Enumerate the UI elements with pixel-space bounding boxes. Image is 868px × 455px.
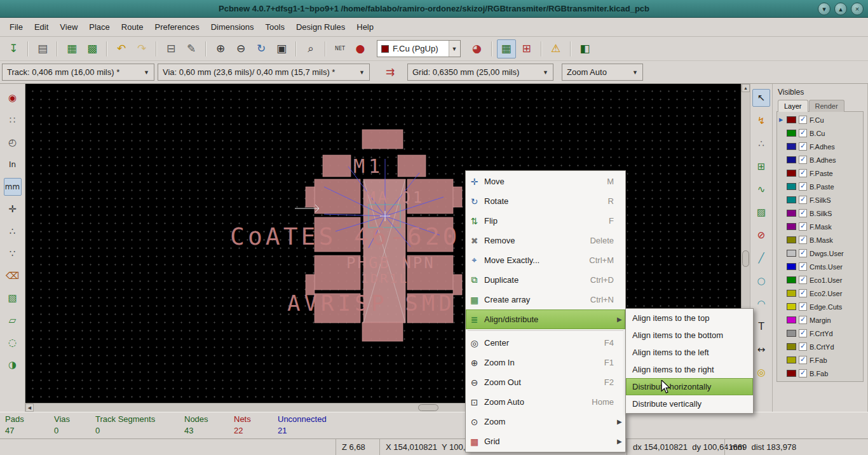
layer-visibility-checkbox[interactable]: [799, 316, 807, 324]
layer-color-swatch[interactable]: [787, 130, 796, 137]
layer-visibility-checkbox[interactable]: [799, 249, 807, 257]
viewer-3d-icon[interactable]: ◧: [576, 39, 595, 58]
layer-visibility-checkbox[interactable]: [799, 196, 807, 204]
menu-align-right[interactable]: Align items to the right: [626, 361, 753, 378]
units-inch-icon[interactable]: In: [4, 156, 22, 173]
page-settings-icon[interactable]: ▤: [33, 39, 52, 58]
tab-layer[interactable]: Layer: [778, 100, 808, 112]
layer-visibility-checkbox[interactable]: [799, 209, 807, 217]
menu-create-array[interactable]: ▦ Create array Ctrl+N ▶: [466, 290, 625, 309]
close-button[interactable]: ×: [851, 3, 864, 15]
layer-visibility-checkbox[interactable]: [799, 116, 807, 124]
add-graphic-line-icon[interactable]: ╱: [752, 249, 770, 267]
hide-grid-icon[interactable]: ∷: [4, 111, 22, 129]
layer-badhes[interactable]: ▶ B.Adhes: [777, 153, 863, 166]
maximize-button[interactable]: ▴: [834, 3, 847, 15]
menu-edit[interactable]: Edit: [29, 18, 54, 36]
layer-color-swatch[interactable]: [787, 156, 796, 163]
layer-visibility-checkbox[interactable]: [799, 236, 807, 244]
layer-visibility-checkbox[interactable]: [799, 343, 807, 351]
layer-bfab[interactable]: ▶ B.Fab: [777, 367, 863, 380]
scroll-left-icon[interactable]: ◀: [25, 404, 34, 412]
vertical-scroll-thumb[interactable]: [742, 250, 749, 267]
vias-sketch-icon[interactable]: ◌: [4, 334, 22, 351]
menu-rotate[interactable]: ↻ Rotate R ▶: [466, 191, 625, 211]
layer-color-swatch[interactable]: [787, 276, 796, 283]
zoom-out-icon[interactable]: ⊖: [231, 39, 250, 58]
cursor-shape-icon[interactable]: ✛: [4, 200, 22, 218]
layer-ffab[interactable]: ▶ F.Fab: [777, 353, 863, 367]
via-size-select[interactable]: Via: 0,60 mm (23,6 mils)/ 0,40 mm (15,7 …: [158, 64, 370, 81]
zoom-fit-icon[interactable]: ▣: [272, 39, 291, 58]
layer-color-swatch[interactable]: [787, 370, 796, 377]
undo-icon[interactable]: ↶: [112, 39, 131, 58]
layer-color-swatch[interactable]: [787, 183, 796, 190]
save-board-icon[interactable]: ↧: [4, 39, 23, 58]
layer-color-swatch[interactable]: [787, 143, 796, 150]
layer-bpaste[interactable]: ▶ B.Paste: [777, 180, 863, 193]
netlist-icon[interactable]: NET: [330, 39, 349, 58]
redraw-icon[interactable]: ↻: [252, 39, 271, 58]
menu-zoom-auto[interactable]: ⊡ Zoom Auto Home ▶: [466, 392, 625, 412]
minimize-button[interactable]: ▾: [818, 3, 831, 15]
add-text-icon[interactable]: T: [752, 318, 770, 336]
redo-icon[interactable]: ↷: [132, 39, 151, 58]
layer-fadhes[interactable]: ▶ F.Adhes: [777, 140, 863, 153]
layer-bcrtyd[interactable]: ▶ B.CrtYd: [777, 340, 863, 353]
menu-flip[interactable]: ⇅ Flip F ▶: [466, 211, 625, 231]
layer-color-swatch[interactable]: [787, 236, 796, 243]
layer-eco2-user[interactable]: ▶ Eco2.User: [777, 287, 863, 300]
menu-preferences[interactable]: Preferences: [149, 18, 205, 36]
drill-origin-icon[interactable]: ◎: [752, 363, 770, 381]
layer-visibility-checkbox[interactable]: [799, 356, 807, 364]
layer-color-swatch[interactable]: [787, 116, 796, 123]
layer-edge-cuts[interactable]: ▶ Edge.Cuts: [777, 300, 863, 313]
menu-align-bottom[interactable]: Align items to the bottom: [626, 327, 753, 344]
add-footprint-icon[interactable]: ⊞: [752, 158, 770, 175]
layer-visibility-checkbox[interactable]: [799, 369, 807, 377]
layer-color-swatch[interactable]: [787, 303, 796, 310]
polar-coords-icon[interactable]: ◴: [4, 133, 22, 151]
pads-sketch-icon[interactable]: ▱: [4, 311, 22, 329]
menu-duplicate[interactable]: ⧉ Duplicate Ctrl+D ▶: [466, 270, 625, 290]
zoom-in-icon[interactable]: ⊕: [211, 39, 230, 58]
highlight-net-icon[interactable]: ↯: [752, 112, 770, 130]
layer-visibility-checkbox[interactable]: [799, 169, 807, 177]
layer-fcrtyd[interactable]: ▶ F.CrtYd: [777, 327, 863, 340]
units-mm-icon[interactable]: mm: [4, 178, 22, 196]
drc-warning-icon[interactable]: ⚠: [546, 39, 566, 58]
menu-grid[interactable]: ▦ Grid ▶: [466, 431, 625, 451]
local-ratsnest-icon[interactable]: ∴: [752, 135, 770, 153]
layer-color-swatch[interactable]: [787, 210, 796, 217]
print-icon[interactable]: ⊟: [161, 39, 180, 58]
chevron-down-icon[interactable]: ▼: [449, 41, 460, 57]
layer-dwgs-user[interactable]: ▶ Dwgs.User: [777, 247, 863, 260]
layer-fmask[interactable]: ▶ F.Mask: [777, 220, 863, 233]
high-contrast-icon[interactable]: ◑: [4, 356, 22, 374]
show-layers-manager-icon[interactable]: ▦: [497, 39, 516, 58]
show-zones-icon[interactable]: ▧: [4, 289, 22, 307]
menu-zoom[interactable]: ⊙ Zoom ▶: [466, 412, 625, 431]
select-tool-icon[interactable]: ↖: [752, 89, 770, 107]
menu-zoom-out[interactable]: ⊖ Zoom Out F2 ▶: [466, 372, 625, 392]
layer-bsilks[interactable]: ▶ B.SilkS: [777, 207, 863, 220]
menu-distribute-vertically[interactable]: Distribute vertically: [626, 395, 753, 412]
menu-route[interactable]: Route: [116, 18, 149, 36]
layer-margin[interactable]: ▶ Margin: [777, 313, 863, 327]
layer-bcu[interactable]: ▶ B.Cu: [777, 126, 863, 140]
menu-align-top[interactable]: Align items to the top: [626, 309, 753, 327]
menu-place[interactable]: Place: [83, 18, 116, 36]
layer-visibility-checkbox[interactable]: [799, 289, 807, 297]
layer-color-swatch[interactable]: [787, 263, 796, 270]
menu-design-rules[interactable]: Design Rules: [290, 18, 351, 36]
add-graphic-arc-icon[interactable]: ◠: [752, 295, 770, 313]
module-editor-icon[interactable]: ▦: [62, 39, 81, 58]
layer-bmask[interactable]: ▶ B.Mask: [777, 233, 863, 247]
layer-color-swatch[interactable]: [787, 290, 796, 297]
module-ratsnest-icon[interactable]: ∵: [4, 245, 22, 262]
add-graphic-circle-icon[interactable]: ○: [752, 272, 770, 290]
scroll-up-icon[interactable]: ▲: [742, 84, 750, 92]
layer-visibility-checkbox[interactable]: [799, 129, 807, 137]
active-layer-select[interactable]: F.Cu (PgUp) ▼: [377, 40, 461, 57]
menu-help[interactable]: Help: [351, 18, 379, 36]
